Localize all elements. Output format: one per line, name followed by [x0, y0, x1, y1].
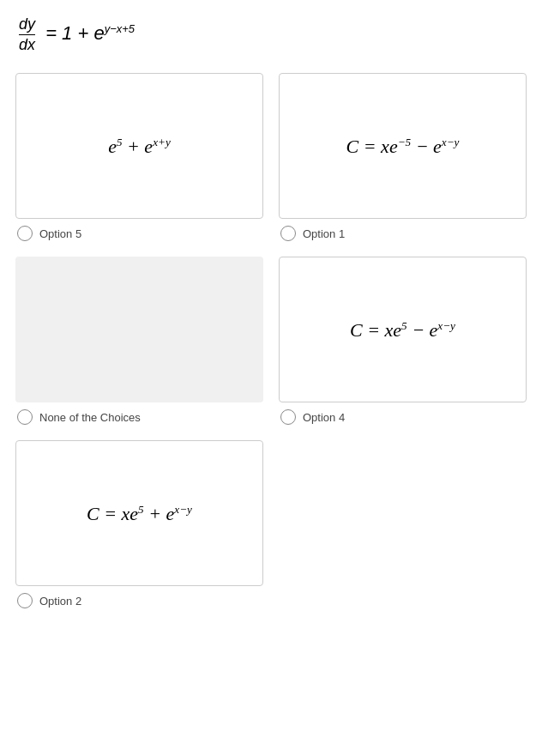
radio-none[interactable] — [17, 409, 33, 425]
option-label-1[interactable]: Option 1 — [279, 226, 527, 241]
option-box-1[interactable]: C = xe−5 − ex−y — [279, 73, 527, 219]
option-label-4[interactable]: Option 4 — [279, 409, 527, 425]
option-card-1: C = xe−5 − ex−y Option 1 — [279, 73, 527, 241]
fraction: dy dx — [19, 15, 35, 54]
radio-5[interactable] — [17, 226, 33, 241]
main-equation: dy dx = 1 + ey−x+5 — [15, 15, 527, 54]
option-text-1: Option 1 — [303, 227, 345, 240]
option-text-2: Option 2 — [39, 595, 81, 608]
option-label-none[interactable]: None of the Choices — [15, 409, 263, 425]
radio-4[interactable] — [280, 409, 296, 425]
option-text-4: Option 4 — [303, 411, 345, 424]
option-box-4[interactable]: C = xe5 − ex−y — [279, 257, 527, 402]
option-card-5: e5 + ex+y Option 5 — [15, 73, 263, 241]
numerator: dy — [19, 15, 35, 35]
radio-2[interactable] — [17, 593, 33, 608]
radio-1[interactable] — [280, 226, 296, 241]
option-math-2: C = xe5 + ex−y — [87, 499, 192, 528]
option-text-5: Option 5 — [39, 227, 81, 240]
option-card-4: C = xe5 − ex−y Option 4 — [279, 257, 527, 425]
option-card-none: None of the Choices — [15, 257, 263, 425]
option-math-1: C = xe−5 − ex−y — [346, 132, 460, 160]
option-math-5: e5 + ex+y — [108, 132, 171, 160]
option-box-5[interactable]: e5 + ex+y — [15, 73, 263, 219]
option-card-2: C = xe5 + ex−y Option 2 — [15, 440, 263, 608]
option-math-4: C = xe5 − ex−y — [350, 316, 455, 344]
options-grid: e5 + ex+y Option 5 C = xe−5 − ex−y Optio… — [15, 73, 527, 608]
option-box-none[interactable] — [15, 257, 263, 402]
option-label-5[interactable]: Option 5 — [15, 226, 263, 241]
option-text-none: None of the Choices — [39, 411, 141, 424]
denominator: dx — [19, 35, 35, 54]
option-label-2[interactable]: Option 2 — [15, 593, 263, 608]
option-box-2[interactable]: C = xe5 + ex−y — [15, 440, 263, 586]
